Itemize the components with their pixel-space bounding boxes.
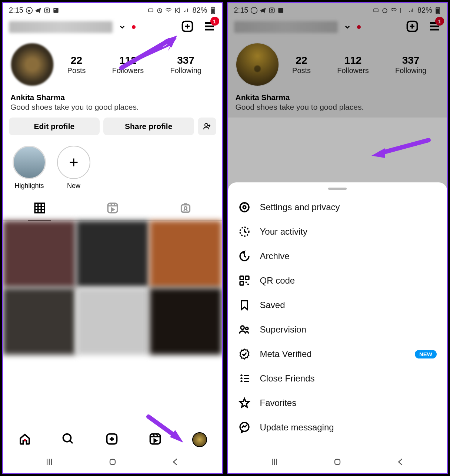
svg-point-30 <box>243 206 246 209</box>
menu-favorites[interactable]: Favorites <box>228 391 447 415</box>
reels-icon <box>106 202 119 214</box>
bio-text: Good shoes take you to good places. <box>10 103 215 112</box>
back-icon[interactable] <box>396 457 406 467</box>
edit-profile-button[interactable]: Edit profile <box>9 118 100 135</box>
back-icon[interactable] <box>170 457 181 467</box>
svg-rect-1 <box>44 8 49 13</box>
recents-icon[interactable] <box>269 457 280 467</box>
svg-point-16 <box>63 434 71 442</box>
highlights: Highlights New <box>3 143 222 197</box>
menu-qr-code[interactable]: QR code <box>228 268 447 293</box>
menu-settings-privacy[interactable]: Settings and privacy <box>228 195 447 219</box>
home-sys-icon[interactable] <box>107 457 118 467</box>
svg-rect-14 <box>181 205 190 212</box>
menu-sheet-screen: 2:15 82% <box>227 2 449 474</box>
post-thumb[interactable] <box>76 288 149 355</box>
post-thumb[interactable] <box>76 221 149 287</box>
menu-label: Close Friends <box>260 373 315 384</box>
tab-tagged[interactable] <box>149 197 222 220</box>
svg-point-37 <box>241 326 244 329</box>
menu-button[interactable]: 1 <box>203 20 216 34</box>
posts-stat[interactable]: 22 Posts <box>67 54 86 75</box>
profile-actions: Edit profile Share profile <box>3 118 222 135</box>
post-thumb[interactable] <box>150 288 222 355</box>
status-left-icons <box>26 7 60 14</box>
signal-icon <box>183 7 190 14</box>
menu-sheet: Settings and privacy Your activity Archi… <box>228 182 447 473</box>
menu-label: Supervision <box>260 324 306 335</box>
sheet-handle[interactable] <box>328 188 347 190</box>
svg-rect-5 <box>149 9 153 11</box>
recents-icon[interactable] <box>44 457 54 467</box>
svg-rect-36 <box>247 284 249 285</box>
menu-your-activity[interactable]: Your activity <box>228 219 447 244</box>
close-friends-icon <box>239 373 250 384</box>
volte-icon <box>174 7 181 14</box>
post-thumb[interactable] <box>3 288 76 355</box>
status-time: 2:15 <box>9 6 23 14</box>
battery-icon <box>210 7 216 14</box>
highlight-item[interactable]: Highlights <box>13 146 46 190</box>
annotation-arrow <box>118 34 181 72</box>
highlight-thumb <box>13 146 46 179</box>
nav-create[interactable] <box>105 432 119 447</box>
annotation-arrow <box>146 414 186 447</box>
status-right-icons <box>147 7 190 14</box>
tab-grid[interactable] <box>3 197 76 220</box>
menu-close-friends[interactable]: Close Friends <box>228 366 447 391</box>
posts-count: 22 <box>67 54 86 66</box>
highlight-new-label: New <box>57 182 90 190</box>
svg-point-38 <box>246 327 248 330</box>
system-nav <box>3 451 222 473</box>
discover-people-button[interactable] <box>198 118 216 135</box>
profile-header: 1 <box>3 16 222 38</box>
highlight-add-icon <box>57 146 90 179</box>
wifi-icon <box>165 7 172 14</box>
svg-rect-12 <box>35 203 44 213</box>
posts-grid <box>3 221 222 427</box>
menu-badge: 1 <box>210 17 219 26</box>
svg-rect-8 <box>211 9 214 13</box>
menu-archive[interactable]: Archive <box>228 244 447 268</box>
whatsapp-icon <box>26 7 33 14</box>
archive-icon <box>239 250 250 262</box>
bio-section: Ankita Sharma Good shoes take you to goo… <box>3 91 222 118</box>
tab-reels[interactable] <box>76 197 149 220</box>
nav-search[interactable] <box>61 432 75 447</box>
chevron-down-icon[interactable] <box>119 23 126 31</box>
nav-profile[interactable] <box>192 432 207 447</box>
menu-meta-verified[interactable]: Meta Verified NEW <box>228 342 447 366</box>
home-sys-icon[interactable] <box>332 457 343 467</box>
avatar[interactable] <box>10 43 54 86</box>
menu-label: QR code <box>260 275 295 286</box>
activity-icon <box>239 226 250 238</box>
username-blurred <box>9 21 113 33</box>
highlight-new[interactable]: New <box>57 146 90 190</box>
menu-saved[interactable]: Saved <box>228 293 447 317</box>
svg-rect-32 <box>240 276 243 280</box>
bottom-nav <box>3 427 222 451</box>
profile-tabs <box>3 197 222 221</box>
messenger-icon <box>239 422 250 433</box>
menu-label: Favorites <box>260 398 297 408</box>
display-name: Ankita Sharma <box>10 93 215 102</box>
menu-update-messaging[interactable]: Update messaging <box>228 415 447 440</box>
post-thumb[interactable] <box>150 221 222 287</box>
gallery-icon <box>52 7 60 14</box>
qr-icon <box>239 275 250 287</box>
battery-percent: 82% <box>192 6 207 14</box>
nav-home[interactable] <box>18 432 31 447</box>
instagram-small-icon <box>43 7 51 14</box>
svg-point-2 <box>46 9 48 11</box>
post-thumb[interactable] <box>3 221 76 287</box>
svg-rect-33 <box>245 276 249 280</box>
profile-screen: 2:15 82% <box>2 2 223 474</box>
menu-supervision[interactable]: Supervision <box>228 317 447 342</box>
share-profile-button[interactable]: Share profile <box>103 118 194 135</box>
create-post-button[interactable] <box>181 20 194 34</box>
alarm-icon <box>156 7 163 14</box>
notification-dot <box>132 25 136 29</box>
posts-label: Posts <box>67 66 86 75</box>
gear-icon <box>239 201 250 213</box>
supervision-icon <box>239 324 250 335</box>
